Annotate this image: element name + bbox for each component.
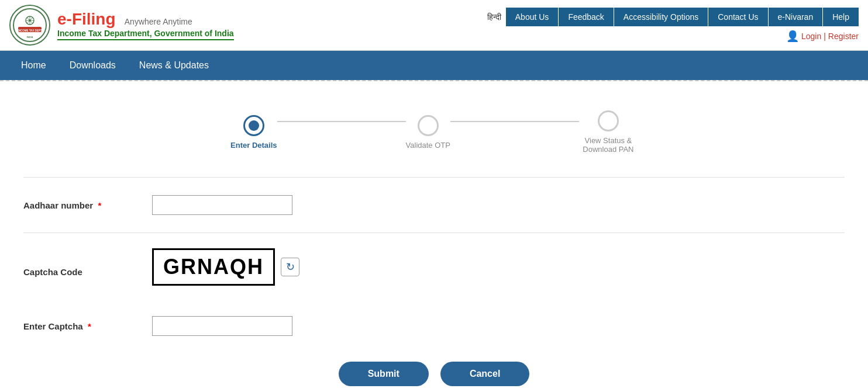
captcha-required: *	[88, 321, 91, 331]
nav-home[interactable]: Home	[9, 51, 58, 80]
captcha-display-row: GRNAQH ↻	[152, 248, 299, 286]
aadhaar-input[interactable]	[152, 195, 292, 215]
top-nav: हिन्दी About Us Feedback Accessibility O…	[487, 8, 859, 26]
hindi-link[interactable]: हिन्दी	[487, 12, 501, 22]
step-circle-2	[418, 115, 439, 136]
login-link[interactable]: Login	[801, 32, 821, 41]
nav-contact-us[interactable]: Contact Us	[708, 8, 768, 26]
captcha-image: GRNAQH	[152, 248, 275, 286]
step-enter-details: Enter Details	[230, 115, 277, 150]
brand-subtitle: Income Tax Department, Government of Ind…	[57, 29, 234, 40]
login-register[interactable]: 👤 Login | Register	[786, 30, 859, 43]
step-label-1: Enter Details	[230, 141, 277, 150]
header-left: INCOME TAX DEPT INDIA e-Filing Anywhere …	[9, 5, 234, 46]
captcha-section: Captcha Code GRNAQH ↻ Enter Captcha *	[23, 233, 845, 342]
nav-about-us[interactable]: About Us	[506, 8, 559, 26]
step-circle-1	[243, 115, 264, 136]
aadhaar-required: *	[98, 200, 101, 210]
svg-text:INCOME TAX DEPT: INCOME TAX DEPT	[18, 29, 42, 32]
step-view-status: View Status & Download PAN	[579, 110, 638, 154]
progress-steps: Enter Details Validate OTP View Status &…	[23, 99, 845, 154]
step-line-2	[450, 121, 579, 122]
submit-button[interactable]: Submit	[339, 362, 429, 386]
navbar: Home Downloads News & Updates	[0, 51, 868, 80]
content-inner: Enter Details Validate OTP View Status &…	[0, 81, 868, 392]
enter-captcha-row: Enter Captcha *	[23, 310, 845, 342]
content-outer: Enter Details Validate OTP View Status &…	[0, 80, 868, 392]
svg-text:INDIA: INDIA	[27, 36, 33, 39]
brand-text: e-Filing Anywhere Anytime Income Tax Dep…	[57, 10, 234, 40]
brand-title: e-Filing Anywhere Anytime	[57, 10, 234, 29]
nav-help[interactable]: Help	[823, 8, 859, 26]
captcha-input[interactable]	[152, 316, 292, 336]
step-validate-otp: Validate OTP	[406, 115, 450, 150]
nav-e-nivaran[interactable]: e-Nivaran	[769, 8, 824, 26]
nav-downloads[interactable]: Downloads	[58, 51, 128, 80]
aadhaar-label: Aadhaar number *	[23, 200, 152, 210]
aadhaar-row: Aadhaar number *	[23, 189, 845, 221]
register-link[interactable]: Register	[828, 32, 859, 41]
captcha-refresh-button[interactable]: ↻	[281, 258, 299, 276]
captcha-code-label: Captcha Code	[23, 267, 152, 277]
step-wrapper: Enter Details Validate OTP View Status &…	[230, 110, 638, 154]
step-circle-3	[598, 110, 619, 131]
pipe-separator: |	[824, 32, 826, 41]
nav-news-updates[interactable]: News & Updates	[128, 51, 221, 80]
button-row: Submit Cancel	[23, 356, 845, 392]
nav-accessibility[interactable]: Accessibility Options	[614, 8, 708, 26]
govt-logo: INCOME TAX DEPT INDIA	[9, 5, 50, 46]
step-line-1	[277, 121, 406, 122]
step-label-3: View Status & Download PAN	[579, 136, 638, 154]
cancel-button[interactable]: Cancel	[440, 362, 529, 386]
user-icon: 👤	[786, 30, 799, 43]
enter-captcha-label: Enter Captcha *	[23, 321, 152, 331]
aadhaar-section: Aadhaar number *	[23, 177, 845, 221]
header-right: हिन्दी About Us Feedback Accessibility O…	[487, 8, 859, 43]
step-label-2: Validate OTP	[406, 141, 450, 150]
nav-feedback[interactable]: Feedback	[559, 8, 614, 26]
captcha-code-row: Captcha Code GRNAQH ↻	[23, 242, 845, 301]
header: INCOME TAX DEPT INDIA e-Filing Anywhere …	[0, 0, 868, 51]
